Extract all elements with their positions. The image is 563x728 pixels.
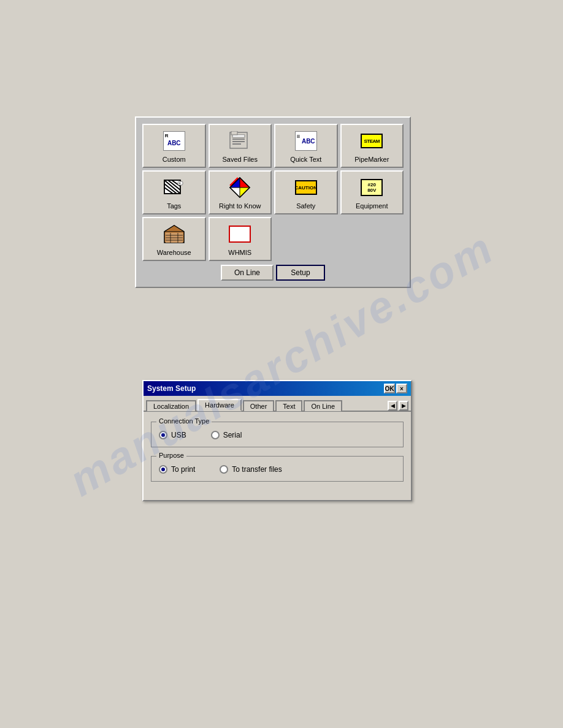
launcher-label-whmis: WHMIS (228, 249, 251, 256)
launcher-label-warehouse: Warehouse (157, 249, 191, 256)
dialog-titlebar-buttons: OK × (384, 384, 407, 393)
dialog-titlebar: System Setup OK × (144, 381, 411, 396)
purpose-options: To print To transfer files (159, 463, 396, 474)
launcher-btn-tags[interactable]: Tags (142, 170, 206, 214)
serial-radio[interactable]: Serial (211, 431, 242, 439)
dialog-content: Connection Type USB Serial Purpose (144, 411, 411, 500)
pipemarker-icon-box: STEAM (361, 134, 383, 148)
launcher-btn-whmis[interactable]: WHMIS (209, 217, 272, 261)
launcher-label-right-to-know: Right to Know (219, 202, 261, 210)
launcher-btn-safety[interactable]: CAUTION Safety (274, 170, 338, 214)
tags-icon (162, 175, 186, 200)
connection-type-legend: Connection Type (156, 417, 212, 425)
svg-marker-31 (164, 226, 184, 232)
launcher-btn-custom[interactable]: ABC Custom (142, 124, 206, 168)
pipemarker-icon: STEAM (359, 129, 384, 153)
connection-type-group: Connection Type USB Serial (151, 422, 404, 447)
launcher-actions: On Line Setup (142, 265, 404, 281)
rtk-icon (228, 175, 252, 200)
svg-rect-3 (232, 141, 245, 142)
custom-icon-box: ABC (163, 131, 185, 151)
to-print-label: To print (171, 465, 195, 474)
serial-radio-button[interactable] (211, 431, 220, 439)
launcher-label-equipment: Equipment (356, 202, 388, 210)
transfer-files-label: To transfer files (232, 465, 282, 474)
system-setup-dialog: System Setup OK × Localization Hardware … (142, 380, 412, 501)
close-button[interactable]: × (396, 384, 407, 393)
to-print-radio-button[interactable] (159, 465, 167, 474)
launcher-label-quick-text: Quick Text (290, 156, 321, 163)
ok-button[interactable]: OK (384, 384, 395, 393)
launcher-label-saved-files: Saved Files (223, 156, 258, 163)
tab-prev-button[interactable]: ◀ (388, 401, 397, 411)
svg-rect-5 (231, 131, 237, 135)
equipment-icon-box: #20 80V (361, 179, 383, 196)
purpose-legend: Purpose (156, 452, 186, 459)
svg-rect-4 (232, 143, 241, 145)
launcher-btn-quick-text[interactable]: ABC Quick Text (274, 124, 338, 168)
safety-icon-box: CAUTION (295, 180, 317, 195)
connection-type-options: USB Serial (159, 428, 396, 439)
tab-other[interactable]: Other (243, 400, 275, 411)
whmis-icon (228, 222, 252, 246)
launcher-label-safety: Safety (296, 202, 315, 210)
quicktext-icon-box: ABC (295, 131, 317, 151)
purpose-group: Purpose To print To transfer files (151, 456, 404, 482)
launcher-label-custom: Custom (163, 156, 186, 163)
tab-localization[interactable]: Localization (146, 400, 196, 411)
launcher-grid: ABC Custom Saved Files (142, 124, 404, 261)
svg-rect-1 (232, 135, 245, 137)
setup-button[interactable]: Setup (276, 265, 325, 281)
equipment-icon: #20 80V (359, 175, 384, 200)
whmis-icon-box (229, 226, 251, 243)
dialog-tabs: Localization Hardware Other Text On Line… (144, 396, 411, 411)
tab-hardware[interactable]: Hardware (197, 399, 242, 411)
savedfiles-icon (228, 129, 252, 153)
tab-next-button[interactable]: ▶ (399, 401, 408, 411)
warehouse-icon (162, 222, 186, 246)
svg-point-14 (178, 183, 180, 184)
safety-icon: CAUTION (294, 175, 318, 200)
tab-nav-buttons: ◀ ▶ (388, 401, 408, 411)
serial-label: Serial (223, 431, 242, 439)
usb-radio[interactable]: USB (159, 431, 186, 439)
tab-online[interactable]: On Line (304, 400, 342, 411)
launcher-btn-pipemarker[interactable]: STEAM PipeMarker (340, 124, 404, 168)
custom-icon: ABC (162, 129, 186, 153)
dialog-title: System Setup (147, 384, 196, 393)
svg-rect-2 (232, 138, 245, 140)
to-print-radio-fill (161, 468, 165, 471)
transfer-files-radio-button[interactable] (220, 465, 228, 474)
launcher-label-tags: Tags (167, 202, 181, 210)
tab-text[interactable]: Text (275, 400, 302, 411)
usb-radio-button[interactable] (159, 431, 167, 439)
online-button[interactable]: On Line (221, 265, 274, 281)
launcher-btn-equipment[interactable]: #20 80V Equipment (340, 170, 404, 214)
launcher-panel: ABC Custom Saved Files (135, 116, 411, 288)
launcher-btn-saved-files[interactable]: Saved Files (209, 124, 272, 168)
launcher-btn-warehouse[interactable]: Warehouse (142, 217, 206, 261)
to-print-radio[interactable]: To print (159, 465, 195, 474)
watermark: manualsarchive.com (0, 0, 563, 728)
quicktext-icon: ABC (294, 129, 318, 153)
usb-radio-fill (161, 433, 165, 437)
launcher-label-pipemarker: PipeMarker (354, 156, 389, 163)
transfer-files-radio[interactable]: To transfer files (220, 465, 282, 474)
launcher-btn-right-to-know[interactable]: Right to Know (209, 170, 272, 214)
usb-label: USB (171, 431, 186, 439)
